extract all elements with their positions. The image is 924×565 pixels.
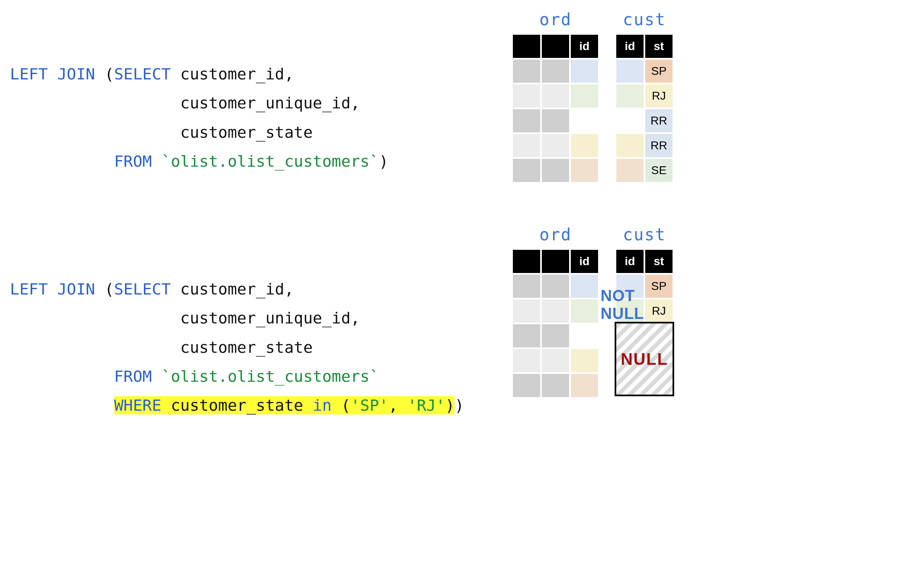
table-header: id (616, 35, 644, 58)
table-header: id (571, 35, 598, 58)
table-cell (513, 60, 540, 83)
table-cell (616, 374, 644, 397)
ord-table-block-1: ord id (511, 10, 600, 184)
kw-left-join: LEFT JOIN (10, 65, 105, 83)
table-cell (513, 324, 540, 347)
table-header: st (645, 250, 673, 273)
kw-left-join: LEFT JOIN (10, 280, 105, 298)
table-cell (513, 134, 540, 157)
kw-in: in (313, 396, 341, 414)
table-header: st (645, 35, 673, 58)
ord-title: ord (539, 10, 572, 29)
cust-table-block-2: cust idstSPRJ NOT NULL NULL (615, 225, 674, 399)
table-cell: SE (645, 159, 673, 182)
col-customer-id: customer_id, (180, 280, 294, 298)
table-name: `olist.olist_customers` (161, 152, 379, 170)
table-cell (645, 374, 673, 397)
table-cell (542, 159, 569, 182)
comma: , (388, 396, 407, 414)
table-cell (571, 324, 598, 347)
indent (10, 152, 114, 170)
table-cell (645, 324, 673, 347)
table-cell (542, 134, 569, 157)
table-cell (571, 374, 598, 397)
table-cell (616, 349, 644, 372)
table-cell (616, 299, 644, 323)
table-cell (542, 324, 569, 347)
col-customer-unique-id: customer_unique_id, (10, 309, 360, 327)
table-cell (542, 349, 569, 372)
table-cell (616, 60, 644, 83)
ord-table-1: id (511, 33, 600, 184)
table-cell (513, 299, 540, 323)
cust-table-block-1: cust idstSPRJRRRRSE (615, 10, 674, 184)
table-cell (513, 109, 540, 132)
col-customer-state: customer_state (10, 338, 313, 357)
table-cell (571, 60, 598, 83)
table-header (542, 250, 569, 273)
sql-code-1: LEFT JOIN (SELECT customer_id, customer_… (10, 10, 498, 176)
table-cell (571, 299, 598, 323)
table-header: id (571, 250, 598, 273)
col-customer-unique-id: customer_unique_id, (10, 94, 360, 112)
paren-open: ( (341, 396, 351, 414)
table-cell (513, 275, 540, 298)
table-cell (542, 60, 569, 83)
table-cell: RR (645, 109, 673, 132)
indent (10, 396, 114, 414)
tables-1: ord id cust idstSPRJRRRRSE (511, 10, 674, 184)
paren-open: ( (105, 65, 114, 83)
table-cell: RJ (645, 299, 673, 323)
table-cell (513, 159, 540, 182)
ord-title: ord (539, 225, 572, 244)
table-header (542, 35, 569, 58)
where-col: customer_state (171, 396, 313, 414)
table-cell (513, 84, 540, 108)
paren-open: ( (105, 280, 114, 298)
table-header (513, 250, 540, 273)
kw-select: SELECT (114, 65, 180, 83)
kw-where: WHERE (114, 396, 171, 414)
tables-2: ord id cust idstSPRJ NOT NULL NULL (511, 225, 674, 399)
table-header: id (616, 250, 644, 273)
sql-code-2: LEFT JOIN (SELECT customer_id, customer_… (10, 225, 498, 420)
cust-title: cust (623, 225, 666, 244)
table-cell (571, 275, 598, 298)
col-customer-id: customer_id, (180, 65, 294, 83)
table-cell (571, 134, 598, 157)
table-cell (616, 84, 644, 108)
ord-table-2: id (511, 248, 600, 399)
table-name: `olist.olist_customers` (161, 367, 379, 385)
table-cell (542, 109, 569, 132)
table-cell (571, 84, 598, 108)
outer-paren-close: ) (455, 396, 464, 414)
example-block-1: LEFT JOIN (SELECT customer_id, customer_… (10, 10, 914, 184)
cust-title: cust (623, 10, 666, 29)
table-cell (616, 324, 644, 347)
table-cell: SP (645, 60, 673, 83)
col-customer-state: customer_state (10, 123, 313, 141)
table-header (513, 35, 540, 58)
table-cell: SP (645, 275, 673, 298)
highlighted-where-clause: WHERE customer_state in ('SP', 'RJ') (114, 396, 455, 414)
literal-sp: 'SP' (351, 396, 389, 414)
table-cell: RR (645, 134, 673, 157)
paren-close: ) (379, 152, 388, 170)
ord-table-block-2: ord id (511, 225, 600, 399)
table-cell (571, 159, 598, 182)
cust-table-2: idstSPRJ (615, 248, 674, 399)
table-cell (616, 134, 644, 157)
literal-rj: 'RJ' (407, 396, 445, 414)
table-cell: RJ (645, 84, 673, 108)
cust-table-1: idstSPRJRRRRSE (615, 33, 674, 184)
example-block-2: LEFT JOIN (SELECT customer_id, customer_… (10, 225, 914, 420)
table-cell (542, 275, 569, 298)
table-cell (571, 109, 598, 132)
indent (10, 367, 114, 385)
table-cell (616, 275, 644, 298)
kw-from: FROM (114, 152, 161, 170)
table-cell (542, 84, 569, 108)
table-cell (616, 109, 644, 132)
table-cell (542, 299, 569, 323)
table-cell (513, 374, 540, 397)
